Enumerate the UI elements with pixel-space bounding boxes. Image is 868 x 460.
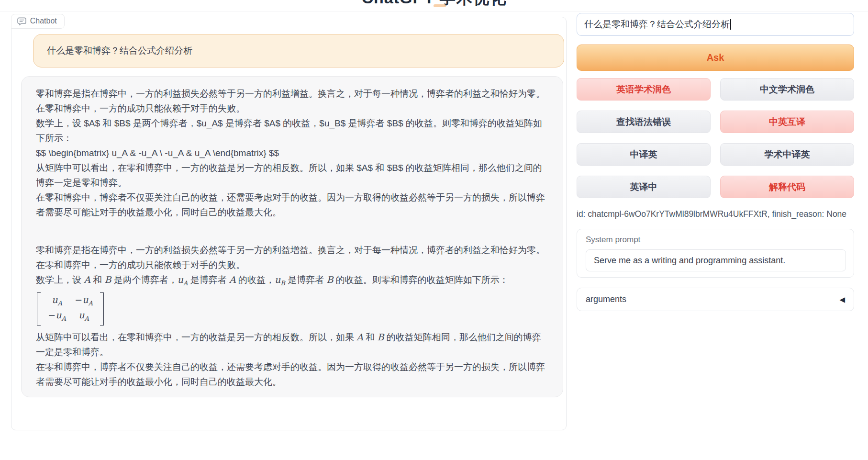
system-prompt-input[interactable] bbox=[586, 249, 846, 271]
response-status-line: id: chatcmpl-6wOo7KrYTwMl89lbrMWRu4UkFFX… bbox=[577, 209, 854, 219]
chatbot-label-text: Chatbot bbox=[30, 17, 57, 25]
bot-paragraph-math: 数学上，设 A 和 B 是两个博弈者，uA 是博弈者 A 的收益，uB 是博弈者… bbox=[36, 272, 548, 291]
bot-paragraph-math: 从矩阵中可以看出，在零和博弈中，一方的收益是另一方的相反数。所以，如果 A 和 … bbox=[36, 330, 548, 359]
bot-paragraph: 数学上，设 $A$ 和 $B$ 是两个博弈者，$u_A$ 是博弈者 $A$ 的收… bbox=[36, 116, 548, 146]
paragraph-gap bbox=[36, 220, 548, 243]
bot-latex-source: $$ \begin{bmatrix} u_A & -u_A \ -u_A & u… bbox=[36, 146, 548, 160]
bot-paragraph: 在零和博弈中，博弈者不仅要关注自己的收益，还需要考虑对手的收益。因为一方取得的收… bbox=[36, 190, 548, 220]
ask-button[interactable]: Ask bbox=[577, 45, 854, 71]
payoff-matrix: uA −uA −uA uA bbox=[37, 292, 104, 326]
arguments-accordion-header[interactable]: arguments ◀ bbox=[577, 288, 854, 311]
matrix-row: −uA uA bbox=[44, 309, 97, 325]
bot-paragraph: 从矩阵中可以看出，在零和博弈中，一方的收益是另一方的相反数。所以，如果 $A$ … bbox=[36, 160, 548, 190]
btn-en-to-zh[interactable]: 英译中 bbox=[577, 176, 711, 198]
question-input-value: 什么是零和博弈？结合公式介绍分析 bbox=[584, 18, 730, 31]
chatbot-panel: Chatbot 什么是零和博弈？结合公式介绍分析 零和博弈是指在博弈中，一方的利… bbox=[11, 17, 567, 430]
user-message-bubble: 什么是零和博弈？结合公式介绍分析 bbox=[33, 34, 564, 67]
btn-chinese-academic-polish[interactable]: 中文学术润色 bbox=[720, 78, 854, 101]
system-prompt-label: System prompt bbox=[586, 235, 640, 245]
btn-academic-zh-to-en[interactable]: 学术中译英 bbox=[720, 143, 854, 166]
chat-bubble-icon bbox=[17, 17, 26, 25]
btn-find-grammar-errors[interactable]: 查找语法错误 bbox=[577, 111, 711, 133]
btn-zh-to-en[interactable]: 中译英 bbox=[577, 143, 711, 166]
btn-zh-en-mutual-translate[interactable]: 中英互译 bbox=[720, 111, 854, 133]
bot-message-bubble: 零和博弈是指在博弈中，一方的利益损失必然等于另一方的利益增益。换言之，对于每一种… bbox=[21, 76, 563, 397]
quick-actions-grid: 英语学术润色 中文学术润色 查找语法错误 中英互译 中译英 学术中译英 英译中 … bbox=[577, 78, 854, 198]
chatbot-label: Chatbot bbox=[11, 14, 65, 29]
user-message-text: 什么是零和博弈？结合公式介绍分析 bbox=[47, 45, 192, 57]
text-cursor bbox=[730, 19, 731, 30]
arguments-accordion-label: arguments bbox=[586, 294, 626, 304]
system-prompt-group: System prompt bbox=[577, 229, 854, 278]
matrix-row: uA −uA bbox=[44, 294, 97, 309]
btn-english-academic-polish[interactable]: 英语学术润色 bbox=[577, 78, 711, 101]
title-underline-fragment bbox=[434, 4, 446, 7]
matrix-right-bracket bbox=[100, 292, 104, 326]
btn-explain-code[interactable]: 解释代码 bbox=[720, 176, 854, 198]
matrix-left-bracket bbox=[37, 292, 41, 326]
bot-paragraph: 零和博弈是指在博弈中，一方的利益损失必然等于另一方的利益增益。换言之，对于每一种… bbox=[36, 243, 548, 272]
bot-paragraph: 在零和博弈中，博弈者不仅要关注自己的收益，还需要考虑对手的收益。因为一方取得的收… bbox=[36, 359, 548, 389]
bot-paragraph: 零和博弈是指在博弈中，一方的利益损失必然等于另一方的利益增益。换言之，对于每一种… bbox=[36, 86, 548, 116]
collapse-caret-icon[interactable]: ◀ bbox=[839, 295, 845, 304]
top-divider bbox=[0, 11, 868, 12]
question-input[interactable]: 什么是零和博弈？结合公式介绍分析 bbox=[577, 13, 854, 36]
